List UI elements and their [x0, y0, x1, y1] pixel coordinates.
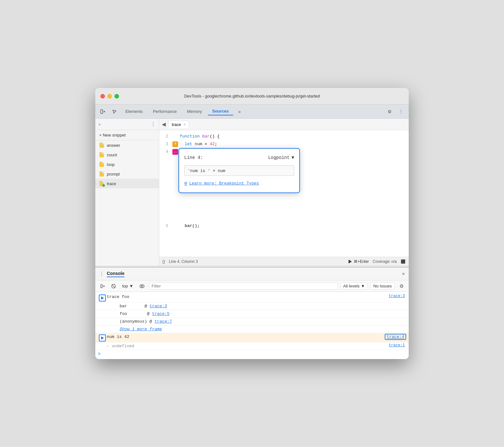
- file-icon-count: [99, 152, 104, 157]
- snippet-label-loop: loop: [107, 162, 115, 167]
- new-snippet-button[interactable]: + New snippet: [95, 130, 159, 140]
- console-settings-icon[interactable]: ⚙: [397, 282, 406, 290]
- console-msg-bar: bar @ trace:3: [107, 303, 409, 309]
- line-code-5: bar();: [178, 222, 409, 230]
- snippet-item-prompt[interactable]: prompt: [95, 169, 159, 179]
- logpoint-line-label: Line 4:: [184, 154, 203, 161]
- sidebar-dots-icon[interactable]: ⋮: [151, 121, 156, 127]
- close-button[interactable]: [100, 94, 105, 98]
- line-gutter-3: ?: [172, 141, 178, 147]
- svg-line-3: [112, 285, 115, 288]
- breakpoint-badge-3[interactable]: ?: [172, 141, 178, 147]
- eye-button[interactable]: [138, 282, 146, 290]
- sidebar-expand[interactable]: »: [98, 122, 101, 127]
- console-icon-3: [98, 311, 107, 311]
- svg-point-5: [141, 285, 143, 287]
- more-options-icon[interactable]: ⋮: [396, 106, 406, 117]
- logpoint-icon-6: [98, 334, 107, 341]
- window-title: DevTools - googlechrome.github.io/devtoo…: [184, 94, 320, 98]
- tab-sources[interactable]: Sources: [208, 107, 233, 115]
- learn-more-link[interactable]: ⊙ Learn more: Breakpoint Types: [184, 180, 294, 187]
- editor-back-icon[interactable]: ◀: [162, 121, 166, 127]
- anonymous-link[interactable]: trace:7: [154, 319, 172, 324]
- bar-link[interactable]: trace:3: [150, 304, 167, 309]
- snippet-item-count[interactable]: count: [95, 150, 159, 160]
- file-icon-loop: [99, 162, 104, 167]
- context-selector[interactable]: top ▼: [120, 283, 135, 289]
- editor-tab-name: trace: [172, 122, 181, 127]
- code-editor: 2 function bar() { 3 ? let num = 42;: [159, 130, 409, 257]
- line-gutter-4: ..: [172, 149, 178, 155]
- editor-tab-trace[interactable]: trace ×: [168, 121, 189, 128]
- console-content: trace foo trace:3 bar @ trace:3 foo @ tr…: [95, 292, 409, 359]
- console-dots-icon[interactable]: ⋮: [99, 271, 104, 277]
- logpoint-icon-box-6: [99, 334, 106, 341]
- console-area: ⋮ Console × top ▼: [95, 267, 409, 359]
- foo-link[interactable]: trace:5: [152, 311, 169, 316]
- snippet-item-trace[interactable]: trace: [95, 179, 159, 188]
- snippet-label-trace: trace: [107, 181, 116, 186]
- show-more-frame-link[interactable]: Show 1 more frame: [120, 327, 162, 332]
- execute-button[interactable]: [98, 282, 107, 290]
- console-prompt-icon[interactable]: >: [98, 351, 100, 357]
- snippet-list: answer count loop: [95, 140, 159, 266]
- console-icon-4: [98, 318, 107, 319]
- inspect-icon[interactable]: [109, 106, 120, 117]
- code-line-3: 3 ? let num = 42;: [159, 140, 409, 148]
- console-msg-more-frame: Show 1 more frame: [107, 326, 409, 332]
- tab-elements[interactable]: Elements: [121, 108, 147, 115]
- cursor-position: Line 4, Column 3: [169, 259, 345, 264]
- logpoint-arrow-1: [101, 296, 104, 300]
- link-arrow-icon: ⊙: [184, 180, 187, 187]
- svg-rect-0: [101, 110, 103, 114]
- console-input[interactable]: [103, 352, 406, 357]
- snippet-item-answer[interactable]: answer: [95, 140, 159, 150]
- breakpoint-badge-4[interactable]: ..: [172, 149, 178, 155]
- file-icon-answer: [99, 143, 104, 148]
- console-source-trace1[interactable]: trace:1: [389, 343, 409, 348]
- levels-dropdown-icon: ▼: [361, 284, 365, 288]
- editor-tabs-row: ◀ trace ×: [159, 119, 409, 130]
- context-dropdown-icon: ▼: [129, 284, 133, 288]
- back-forward-icon[interactable]: [98, 106, 108, 117]
- console-icon-2: [98, 303, 107, 304]
- levels-dropdown[interactable]: All levels ▼: [340, 282, 368, 290]
- more-tabs-icon[interactable]: »: [234, 106, 245, 117]
- console-msg-anonymous: (anonymous) @ trace:7: [107, 318, 409, 325]
- image-icon[interactable]: ⬛: [401, 259, 406, 264]
- run-triangle-icon: [349, 260, 352, 263]
- minimize-button[interactable]: [107, 94, 112, 98]
- maximize-button[interactable]: [114, 94, 119, 98]
- console-source-trace3-1[interactable]: trace:3: [389, 294, 409, 298]
- console-close-button[interactable]: ×: [402, 271, 405, 277]
- code-line-2: 2 function bar() {: [159, 133, 409, 140]
- chevron-right-icon: »: [98, 122, 101, 127]
- svg-rect-1: [101, 285, 102, 288]
- line-num-4: 4: [159, 148, 172, 156]
- editor-tab-close-icon[interactable]: ×: [184, 122, 185, 126]
- line-num-2: 2: [159, 133, 172, 140]
- format-button[interactable]: {}: [162, 259, 165, 264]
- run-button[interactable]: ⌘+Enter: [349, 259, 369, 264]
- clear-button[interactable]: [109, 282, 118, 290]
- logpoint-type-dropdown[interactable]: Logpoint ▼: [268, 154, 294, 161]
- tab-memory[interactable]: Memory: [183, 108, 207, 115]
- levels-label: All levels: [343, 284, 359, 288]
- line-code-2: function bar() {: [178, 133, 409, 140]
- snippet-label-answer: answer: [107, 143, 120, 148]
- snippet-item-loop[interactable]: loop: [95, 160, 159, 169]
- settings-icon[interactable]: ⚙: [384, 106, 395, 117]
- console-msg-num42: num is 42: [107, 334, 385, 340]
- console-source-trace4[interactable]: trace:4: [385, 334, 406, 340]
- logpoint-icon-1: [98, 294, 107, 302]
- console-title: Console: [107, 271, 124, 277]
- no-issues-button[interactable]: No Issues: [370, 282, 395, 290]
- logpoint-header: Line 4: Logpoint ▼: [184, 154, 294, 161]
- logpoint-input[interactable]: [184, 165, 294, 176]
- console-msg-foo: foo @ trace:5: [107, 311, 409, 317]
- no-issues-label: No Issues: [373, 284, 392, 288]
- console-gear-icon: ⚙: [399, 283, 404, 289]
- tab-performance[interactable]: Performance: [148, 108, 181, 115]
- filter-input[interactable]: [149, 282, 338, 290]
- svg-point-4: [140, 285, 144, 288]
